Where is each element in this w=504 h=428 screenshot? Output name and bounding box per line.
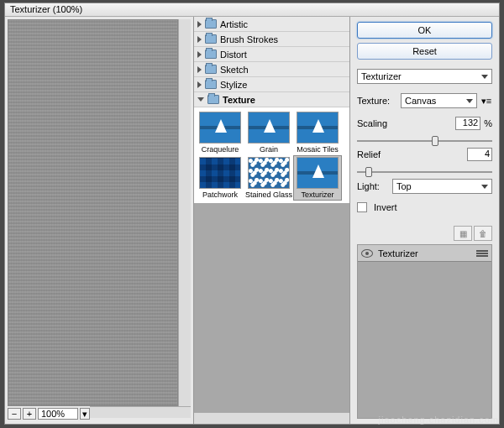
filter-list-pane: Artistic Brush Strokes Distort Sketch St… [194, 17, 350, 424]
thumb-patchwork[interactable]: Patchwork [196, 155, 244, 201]
zoom-in-button[interactable]: + [23, 408, 36, 420]
category-texture[interactable]: Texture [194, 92, 349, 107]
zoom-out-button[interactable]: − [8, 408, 21, 420]
texture-select[interactable]: Canvas [401, 93, 477, 108]
triangle-right-icon [197, 36, 202, 43]
filter-list-empty-area [194, 203, 349, 412]
zoom-dropdown[interactable]: ▾ [80, 408, 90, 420]
scaling-input[interactable]: 132 [455, 117, 480, 130]
triangle-right-icon [197, 81, 202, 88]
category-artistic[interactable]: Artistic [194, 17, 349, 32]
invert-checkbox[interactable] [357, 202, 367, 212]
folder-icon [205, 34, 217, 44]
relief-label: Relief [357, 149, 397, 159]
preview-image[interactable] [8, 19, 178, 406]
category-sketch[interactable]: Sketch [194, 62, 349, 77]
effect-layer-row[interactable]: Texturizer [358, 245, 491, 262]
thumb-stained-glass[interactable]: Stained Glass [244, 155, 293, 201]
delete-effect-layer-button[interactable]: 🗑 [474, 226, 492, 241]
category-stylize[interactable]: Stylize [194, 77, 349, 92]
watermark: jiaocheng.chazidian.com [379, 415, 499, 425]
triangle-down-icon [197, 97, 204, 102]
relief-slider[interactable] [357, 165, 492, 175]
folder-icon [205, 65, 217, 74]
folder-icon [205, 50, 217, 59]
relief-input[interactable]: 4 [467, 148, 492, 161]
thumb-texturizer[interactable]: Texturizer [293, 155, 342, 201]
invert-label: Invert [374, 202, 397, 212]
triangle-right-icon [197, 66, 202, 73]
triangle-right-icon [197, 51, 202, 58]
category-distort[interactable]: Distort [194, 47, 349, 62]
filter-horizontal-scrollbar[interactable] [194, 412, 349, 424]
thumb-grain[interactable]: Grain [244, 110, 293, 155]
texture-thumbnails: Craquelure Grain Mosaic Tiles Patchwork … [194, 107, 349, 203]
light-label: Light: [357, 181, 389, 191]
triangle-right-icon [197, 21, 202, 28]
controls-pane: OK Reset Texturizer Texture: Canvas ▾≡ S… [350, 17, 499, 424]
effect-layers-panel: Texturizer [357, 244, 492, 419]
texture-label: Texture: [357, 96, 397, 106]
folder-icon [207, 95, 219, 104]
dialog-window: Texturizer (100%) − + 100% ▾ Artistic Br… [4, 3, 500, 425]
eye-icon[interactable] [361, 249, 373, 258]
thumb-mosaic-tiles[interactable]: Mosaic Tiles [293, 110, 342, 155]
scaling-unit: % [484, 118, 492, 128]
menu-icon[interactable] [476, 253, 488, 254]
folder-icon [205, 19, 217, 29]
folder-icon [205, 80, 217, 89]
reset-button[interactable]: Reset [357, 43, 492, 60]
scaling-slider[interactable] [357, 134, 492, 144]
category-brush-strokes[interactable]: Brush Strokes [194, 32, 349, 47]
zoom-value[interactable]: 100% [38, 408, 78, 420]
ok-button[interactable]: OK [357, 22, 492, 39]
preview-horizontal-scrollbar[interactable] [90, 406, 191, 418]
window-title: Texturizer (100%) [10, 4, 82, 14]
light-select[interactable]: Top [392, 179, 492, 194]
scaling-label: Scaling [357, 118, 397, 128]
preview-pane: − + 100% ▾ [5, 17, 194, 424]
titlebar: Texturizer (100%) [5, 3, 499, 17]
new-effect-layer-button[interactable]: ▦ [454, 226, 472, 241]
filter-select[interactable]: Texturizer [357, 69, 492, 84]
thumb-craquelure[interactable]: Craquelure [196, 110, 244, 155]
texture-menu-icon[interactable]: ▾≡ [480, 96, 492, 107]
preview-vertical-scrollbar[interactable] [178, 19, 191, 406]
effect-layer-name: Texturizer [378, 248, 418, 258]
